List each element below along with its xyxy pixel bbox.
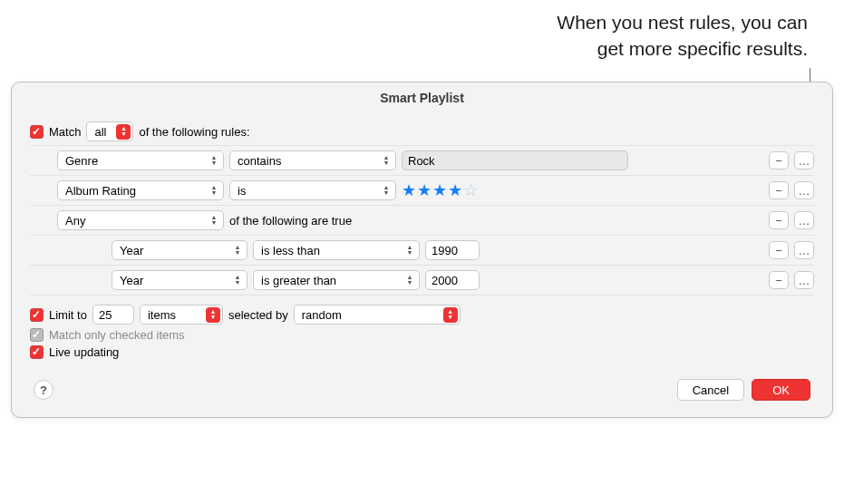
updown-icon: ▲▼: [230, 243, 245, 258]
updown-icon: ▲▼: [379, 183, 393, 199]
dialog-footer: ? Cancel OK: [30, 373, 814, 404]
remove-rule-button[interactable]: −: [769, 241, 789, 259]
match-checked-checkbox[interactable]: [30, 328, 44, 342]
remove-rule-button[interactable]: −: [769, 271, 789, 289]
updown-icon: ▲▼: [379, 153, 393, 169]
rule-op-select[interactable]: is less than ▲▼: [253, 240, 420, 260]
cancel-button[interactable]: Cancel: [677, 379, 744, 401]
cancel-label: Cancel: [693, 383, 729, 397]
help-icon: ?: [40, 383, 47, 397]
rule-op-value: is less than: [261, 244, 399, 257]
updown-icon: ▲▼: [207, 183, 221, 199]
rule-attr-select[interactable]: Genre ▲▼: [57, 150, 224, 170]
rule-attr-select[interactable]: Year ▲▼: [112, 270, 247, 290]
help-button[interactable]: ?: [34, 380, 53, 400]
ellipsis-icon: …: [799, 214, 810, 228]
match-mode-select[interactable]: all ▲▼: [86, 121, 133, 141]
minus-icon: −: [775, 274, 782, 287]
rule-attr-select[interactable]: Year ▲▼: [112, 240, 247, 260]
rule-options-button[interactable]: …: [794, 211, 814, 229]
ellipsis-icon: …: [799, 154, 810, 168]
updown-icon: ▲▼: [230, 273, 245, 288]
updown-icon: ▲▼: [403, 273, 417, 288]
match-row: Match all ▲▼ of the following rules:: [30, 121, 814, 141]
rule-row-child: Year ▲▼ is greater than ▲▼ 2000 − …: [30, 265, 814, 295]
rule-options-button[interactable]: …: [794, 241, 814, 259]
rule-op-value: contains: [238, 154, 375, 168]
updown-icon: ▲▼: [116, 124, 131, 140]
updown-icon: ▲▼: [206, 307, 220, 323]
rule-attr-value: Year: [120, 274, 227, 287]
rule-value-text: Rock: [408, 154, 435, 168]
rule-attr-select[interactable]: Album Rating ▲▼: [57, 180, 224, 200]
callout-line2: get more specific results.: [557, 35, 808, 62]
minus-icon: −: [775, 244, 782, 257]
limit-row: Limit to 25 items ▲▼ selected by random …: [30, 305, 814, 325]
rule-row: Genre ▲▼ contains ▲▼ Rock − …: [30, 145, 814, 175]
rule-row-child: Year ▲▼ is less than ▲▼ 1990 − …: [30, 235, 814, 265]
limit-checkbox[interactable]: [30, 308, 44, 322]
rule-attr-select[interactable]: Any ▲▼: [57, 210, 224, 230]
live-updating-row: Live updating: [30, 345, 814, 359]
updown-icon: ▲▼: [207, 153, 221, 169]
limit-value-text: 25: [99, 308, 112, 322]
live-updating-label: Live updating: [49, 345, 119, 359]
match-checkbox[interactable]: [30, 125, 44, 139]
rule-options-button[interactable]: …: [794, 181, 814, 199]
rule-value-text: 2000: [432, 274, 458, 287]
rule-op-select[interactable]: is ▲▼: [229, 180, 396, 200]
ellipsis-icon: …: [799, 184, 810, 198]
rule-attr-value: Genre: [65, 154, 203, 168]
rule-options-button[interactable]: …: [794, 271, 814, 289]
rule-op-select[interactable]: contains ▲▼: [229, 150, 396, 170]
match-checked-label: Match only checked items: [49, 328, 185, 342]
rule-op-value: is greater than: [261, 274, 399, 287]
rule-value-text: 1990: [432, 244, 458, 257]
limit-method-select[interactable]: random ▲▼: [294, 305, 461, 325]
updown-icon: ▲▼: [403, 243, 417, 258]
nested-text: of the following are true: [229, 214, 352, 228]
rule-attr-value: Album Rating: [65, 184, 203, 198]
rule-op-value: is: [238, 184, 375, 198]
limit-method-value: random: [302, 308, 440, 322]
remove-rule-button[interactable]: −: [769, 211, 789, 229]
rule-attr-value: Year: [120, 244, 227, 257]
remove-rule-button[interactable]: −: [769, 181, 789, 199]
callout-text: When you nest rules, you can get more sp…: [557, 9, 808, 63]
rule-value-input[interactable]: Rock: [402, 150, 628, 170]
selected-by-label: selected by: [228, 308, 288, 322]
live-updating-checkbox[interactable]: [30, 345, 44, 359]
ellipsis-icon: …: [799, 274, 810, 287]
updown-icon: ▲▼: [207, 213, 221, 228]
limit-unit-value: items: [148, 308, 202, 322]
limit-unit-select[interactable]: items ▲▼: [140, 305, 223, 325]
callout-line1: When you nest rules, you can: [557, 9, 808, 35]
rule-attr-value: Any: [65, 214, 203, 228]
dialog-title: Smart Playlist: [12, 82, 832, 112]
match-label-after: of the following rules:: [139, 125, 249, 139]
minus-icon: −: [775, 154, 782, 168]
updown-icon: ▲▼: [443, 307, 458, 323]
ok-button[interactable]: OK: [752, 379, 810, 401]
smart-playlist-dialog: Smart Playlist Match all ▲▼ of the follo…: [11, 82, 833, 418]
minus-icon: −: [775, 184, 782, 198]
ok-label: OK: [772, 383, 790, 397]
limit-label: Limit to: [49, 308, 87, 322]
rule-row: Album Rating ▲▼ is ▲▼ ★★★★☆ − …: [30, 175, 814, 205]
rule-value-input[interactable]: 1990: [425, 240, 480, 260]
remove-rule-button[interactable]: −: [769, 151, 789, 170]
rule-row-nested-header: Any ▲▼ of the following are true − …: [30, 205, 814, 235]
match-label: Match: [49, 125, 81, 139]
minus-icon: −: [775, 214, 782, 228]
match-mode-value: all: [94, 125, 112, 139]
rules-list: Genre ▲▼ contains ▲▼ Rock − … Album Rati…: [30, 145, 814, 296]
ellipsis-icon: …: [799, 244, 810, 257]
rule-op-select[interactable]: is greater than ▲▼: [253, 270, 420, 290]
match-checked-row: Match only checked items: [30, 328, 814, 342]
rule-value-input[interactable]: 2000: [425, 270, 480, 290]
limit-value-input[interactable]: 25: [92, 305, 134, 325]
rule-options-button[interactable]: …: [794, 151, 814, 170]
rating-stars[interactable]: ★★★★☆: [402, 180, 479, 200]
